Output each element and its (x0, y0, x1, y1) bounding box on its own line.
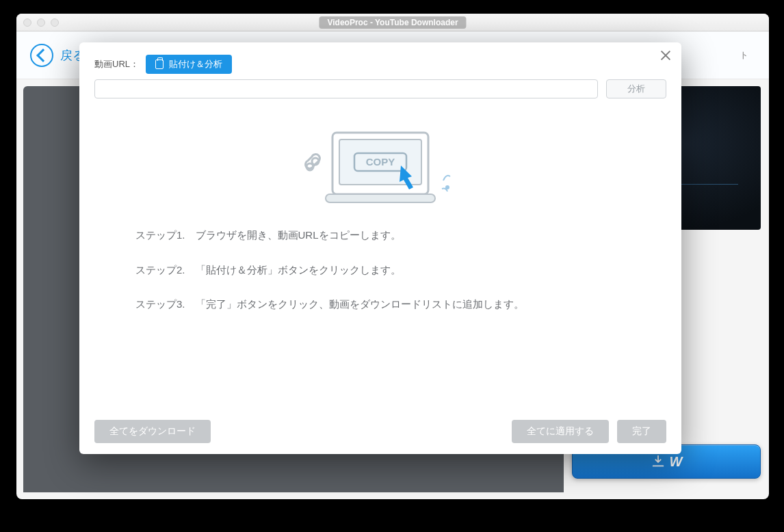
minimize-light[interactable] (37, 18, 45, 27)
back-arrow-icon (30, 44, 53, 67)
url-input-row: 分析 (94, 79, 666, 98)
step-1: ステップ1. ブラウザを開き、動画URLをコピーします。 (135, 226, 625, 245)
svg-point-6 (306, 163, 313, 170)
toolbar-hint: ト (740, 49, 748, 62)
close-icon[interactable] (659, 49, 672, 62)
titlebar: VideoProc - YouTube Downloader (16, 14, 769, 31)
download-icon (651, 454, 666, 469)
step-2: ステップ2. 「貼付け＆分析」ボタンをクリックします。 (135, 261, 625, 280)
apply-all-button[interactable]: 全てに適用する (512, 420, 609, 443)
download-w: W (670, 454, 683, 470)
paste-analyze-label: 貼付け＆分析 (169, 58, 222, 70)
download-all-button[interactable]: 全てをダウンロード (94, 420, 211, 443)
done-button[interactable]: 完了 (617, 420, 666, 443)
url-label: 動画URL： (94, 58, 139, 70)
zoom-light[interactable] (51, 18, 59, 27)
svg-point-7 (445, 185, 449, 189)
svg-text:COPY: COPY (366, 156, 395, 168)
dialog-footer: 全てをダウンロード 全てに適用する 完了 (94, 420, 666, 443)
clipboard-icon (155, 59, 164, 69)
svg-rect-2 (326, 194, 435, 202)
url-input[interactable] (94, 79, 598, 98)
analyze-button[interactable]: 分析 (606, 79, 666, 98)
paste-analyze-button[interactable]: 貼付け＆分析 (146, 55, 232, 74)
instruction-steps: ステップ1. ブラウザを開き、動画URLをコピーします。 ステップ2. 「貼付け… (94, 226, 666, 330)
add-url-dialog: 動画URL： 貼付け＆分析 分析 COPY ステップ1. ブラウザを開き、動画U… (79, 42, 681, 454)
traffic-lights (23, 18, 59, 27)
url-header-row: 動画URL： 貼付け＆分析 (94, 55, 666, 74)
window-title: VideoProc - YouTube Downloader (319, 16, 466, 29)
close-light[interactable] (23, 18, 31, 27)
back-button[interactable]: 戻る (30, 44, 85, 67)
instruction-illustration: COPY (298, 126, 462, 208)
step-3: ステップ3. 「完了」ボタンをクリック、動画をダウンロードリストに追加します。 (135, 295, 625, 315)
